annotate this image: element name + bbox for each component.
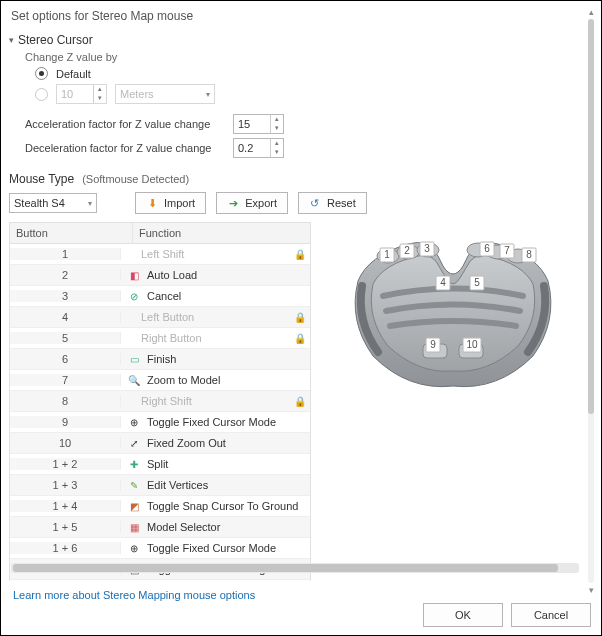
section-stereo-cursor[interactable]: ▾ Stereo Cursor	[9, 33, 581, 47]
cell-function[interactable]: ⊕Toggle Fixed Cursor Mode	[121, 415, 310, 429]
function-label: Edit Vertices	[147, 479, 208, 491]
table-row[interactable]: 6▭Finish	[10, 349, 310, 370]
decel-spinner[interactable]: 0.2 ▴▾	[233, 138, 284, 158]
accel-spinner[interactable]: 15 ▴▾	[233, 114, 284, 134]
cell-function[interactable]: Right Button🔒	[121, 332, 310, 344]
dialog-window: Set options for Stereo Map mouse ▾ Stere…	[0, 0, 602, 636]
cell-button: 3	[10, 290, 121, 302]
cell-button: 1 + 6	[10, 542, 121, 554]
reset-icon: ↺	[309, 197, 321, 209]
cell-button: 1 + 3	[10, 479, 121, 491]
radio-default[interactable]	[35, 67, 48, 80]
scroll-thumb[interactable]	[13, 564, 558, 572]
reset-button[interactable]: ↺ Reset	[298, 192, 367, 214]
table-row[interactable]: 1 + 8Clutch🔒	[10, 580, 310, 581]
import-icon: ⬇	[146, 197, 158, 209]
function-label: Right Shift	[127, 395, 192, 407]
function-label: Toggle Snap Cursor To Ground	[147, 500, 298, 512]
svg-text:7: 7	[504, 245, 510, 256]
scroll-up-icon[interactable]: ▴	[586, 7, 596, 17]
svg-text:5: 5	[474, 277, 480, 288]
cell-function[interactable]: ▭Finish	[121, 352, 310, 366]
table-row[interactable]: 10⤢Fixed Zoom Out	[10, 433, 310, 454]
cell-button: 8	[10, 395, 121, 407]
table-row[interactable]: 1 + 6⊕Toggle Fixed Cursor Mode	[10, 538, 310, 559]
cell-button: 1	[10, 248, 121, 260]
col-function[interactable]: Function	[133, 223, 310, 243]
scroll-down-icon[interactable]: ▾	[586, 585, 596, 595]
table-row[interactable]: 5Right Button🔒	[10, 328, 310, 349]
svg-text:9: 9	[430, 339, 436, 350]
table-row[interactable]: 2◧Auto Load	[10, 265, 310, 286]
cell-button: 1 + 2	[10, 458, 121, 470]
table-row[interactable]: 8Right Shift🔒	[10, 391, 310, 412]
finish-icon: ▭	[127, 352, 141, 366]
import-button[interactable]: ⬇ Import	[135, 192, 206, 214]
mouse-type-combo[interactable]: Stealth S4▾	[9, 193, 97, 213]
table-row[interactable]: 4Left Button🔒	[10, 307, 310, 328]
col-button[interactable]: Button	[10, 223, 133, 243]
table-row[interactable]: 1 + 4◩Toggle Snap Cursor To Ground	[10, 496, 310, 517]
change-z-label: Change Z value by	[25, 51, 581, 63]
section-title: Stereo Cursor	[18, 33, 93, 47]
zoom-out-icon: ⤢	[127, 436, 141, 450]
cell-function[interactable]: ⊘Cancel	[121, 289, 310, 303]
chevron-down-icon: ▾	[9, 35, 14, 45]
ok-button[interactable]: OK	[423, 603, 503, 627]
function-label: Cancel	[147, 290, 181, 302]
cell-button: 10	[10, 437, 121, 449]
cancel-icon: ⊘	[127, 289, 141, 303]
decel-label: Deceleration factor for Z value change	[25, 142, 225, 154]
cell-function[interactable]: Left Shift🔒	[121, 248, 310, 260]
custom-unit-combo: Meters▾	[115, 84, 215, 104]
zoom-icon: 🔍	[127, 373, 141, 387]
export-button[interactable]: ➔ Export	[216, 192, 288, 214]
auto-load-icon: ◧	[127, 268, 141, 282]
lock-icon: 🔒	[294, 333, 306, 344]
table-row[interactable]: 1 + 2✚Split	[10, 454, 310, 475]
cursor-mode-icon: ⊕	[127, 415, 141, 429]
svg-text:8: 8	[526, 249, 532, 260]
table-row[interactable]: 1 + 3✎Edit Vertices	[10, 475, 310, 496]
lock-icon: 🔒	[294, 249, 306, 260]
cell-function[interactable]: Right Shift🔒	[121, 395, 310, 407]
function-label: Auto Load	[147, 269, 197, 281]
cell-function[interactable]: ◧Auto Load	[121, 268, 310, 282]
snap-ground-icon: ◩	[127, 499, 141, 513]
radio-default-label: Default	[56, 68, 91, 80]
table-row[interactable]: 3⊘Cancel	[10, 286, 310, 307]
cell-button: 9	[10, 416, 121, 428]
cell-function[interactable]: ◩Toggle Snap Cursor To Ground	[121, 499, 310, 513]
cell-function[interactable]: ✚Split	[121, 457, 310, 471]
radio-custom[interactable]	[35, 88, 48, 101]
cell-function[interactable]: 🔍Zoom to Model	[121, 373, 310, 387]
split-icon: ✚	[127, 457, 141, 471]
model-selector-icon: ▦	[127, 520, 141, 534]
cell-function[interactable]: ✎Edit Vertices	[121, 478, 310, 492]
table-row[interactable]: 1Left Shift🔒	[10, 244, 310, 265]
table-row[interactable]: 9⊕Toggle Fixed Cursor Mode	[10, 412, 310, 433]
cell-function[interactable]: ⤢Fixed Zoom Out	[121, 436, 310, 450]
table-row[interactable]: 7🔍Zoom to Model	[10, 370, 310, 391]
function-label: Toggle Fixed Cursor Mode	[147, 542, 276, 554]
content-scroll: ▾ Stereo Cursor Change Z value by Defaul…	[9, 33, 601, 581]
cell-function[interactable]: Left Button🔒	[121, 311, 310, 323]
function-label: Zoom to Model	[147, 374, 220, 386]
dialog-title: Set options for Stereo Map mouse	[11, 9, 601, 23]
horizontal-scrollbar[interactable]	[11, 563, 579, 573]
mouse-detected: (Softmouse Detected)	[82, 173, 189, 185]
learn-more-link[interactable]: Learn more about Stereo Mapping mouse op…	[13, 589, 255, 601]
table-row[interactable]: 1 + 5▦Model Selector	[10, 517, 310, 538]
cancel-button[interactable]: Cancel	[511, 603, 591, 627]
svg-text:3: 3	[424, 243, 430, 254]
function-label: Toggle Fixed Cursor Mode	[147, 416, 276, 428]
cell-button: 4	[10, 311, 121, 323]
svg-text:2: 2	[404, 245, 410, 256]
mouse-diagram: 12345678910	[325, 222, 581, 396]
svg-text:4: 4	[440, 277, 446, 288]
function-label: Right Button	[127, 332, 202, 344]
cell-function[interactable]: ▦Model Selector	[121, 520, 310, 534]
scroll-thumb[interactable]	[588, 19, 594, 414]
cell-function[interactable]: ⊕Toggle Fixed Cursor Mode	[121, 541, 310, 555]
vertical-scrollbar[interactable]: ▴ ▾	[585, 7, 597, 595]
